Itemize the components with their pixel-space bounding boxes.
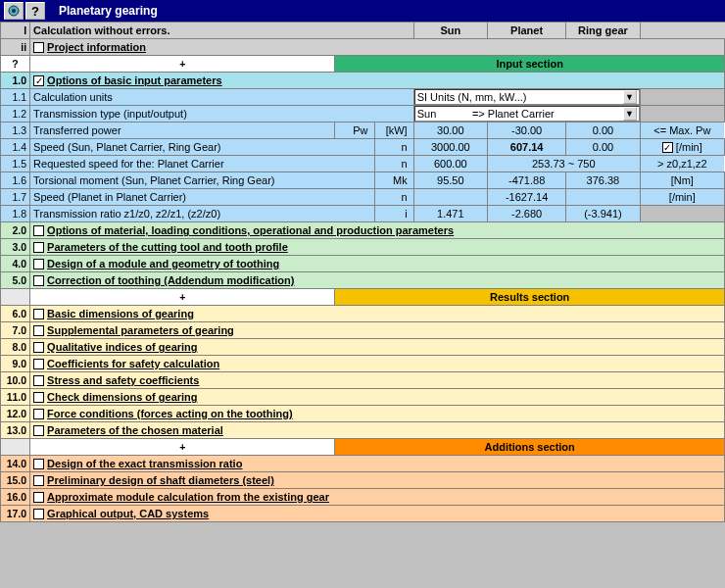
proj-roman: ii xyxy=(1,39,30,56)
value: -2.680 xyxy=(487,206,565,222)
row-label: Calculation units xyxy=(30,89,414,106)
row-8-0[interactable]: 8.0Qualitative indices of gearing xyxy=(1,339,725,356)
status-row: I Calculation without errors. Sun Planet… xyxy=(1,23,725,39)
checkbox[interactable] xyxy=(33,259,44,270)
row-1-3: 1.3 Transferred power Pw [kW] 30.00 -30.… xyxy=(1,122,725,139)
row-6-0[interactable]: 6.0Basic dimensions of gearing xyxy=(1,306,725,322)
row-label: Basic dimensions of gearing xyxy=(47,308,194,319)
checkbox[interactable] xyxy=(33,509,44,519)
col-header-planet: Planet xyxy=(487,23,565,39)
row-1-8: 1.8 Transmission ratio z1/z0, z2/z1, (z2… xyxy=(1,206,725,222)
expand-button[interactable]: + xyxy=(30,56,335,73)
proj-label: Project information xyxy=(47,41,146,53)
checkbox[interactable] xyxy=(662,142,673,153)
row-label: Stress and safety coefficients xyxy=(47,374,199,386)
row-7-0[interactable]: 7.0Supplemental parameters of gearing xyxy=(1,322,725,339)
row-16-0[interactable]: 16.0Approximate module calculation from … xyxy=(1,489,725,506)
row-1-0[interactable]: 1.0 Options of basic input parameters xyxy=(1,73,725,89)
row-label: Options of material, loading conditions,… xyxy=(47,224,454,236)
row-15-0[interactable]: 15.0Preliminary design of shaft diameter… xyxy=(1,472,725,489)
row-label: Design of the exact transmission ratio xyxy=(47,458,242,469)
checkbox[interactable] xyxy=(33,459,44,469)
row-1-2: 1.2 Transmission type (input/output) Sun… xyxy=(1,106,725,122)
row-1-6: 1.6 Torsional moment (Sun, Planet Carrie… xyxy=(1,172,725,189)
checkbox[interactable] xyxy=(33,492,44,503)
row-label: Preliminary design of shaft diameters (s… xyxy=(47,474,274,486)
value: 95.50 xyxy=(413,172,487,189)
value-input[interactable]: 3000.00 xyxy=(413,139,487,156)
row-10-0[interactable]: 10.0Stress and safety coefficients xyxy=(1,372,725,389)
value: 376.38 xyxy=(566,172,640,189)
row-label: Coefficients for safety calculation xyxy=(47,358,219,369)
checkbox[interactable] xyxy=(33,475,44,486)
svg-point-1 xyxy=(12,9,16,13)
row-label: Transferred power xyxy=(30,122,335,139)
value-input[interactable]: 600.00 xyxy=(413,156,487,172)
row-label: Speed (Sun, Planet Carrier, Ring Gear) xyxy=(30,139,374,156)
help-button[interactable]: ? xyxy=(1,56,30,73)
checkbox[interactable] xyxy=(33,375,44,386)
value: 607.14 xyxy=(487,139,565,156)
row-14-0[interactable]: 14.0Design of the exact transmission rat… xyxy=(1,456,725,472)
row-label: Approximate module calculation from the … xyxy=(47,491,329,503)
checkbox[interactable] xyxy=(33,392,44,403)
row-label: Check dimensions of gearing xyxy=(47,391,197,403)
row-label: Correction of toothing (Addendum modific… xyxy=(47,274,294,286)
row-label: Torsional moment (Sun, Planet Carrier, R… xyxy=(30,172,374,189)
checkbox[interactable] xyxy=(33,225,44,236)
checkbox[interactable] xyxy=(33,409,44,419)
input-section-header: ? + Input section xyxy=(1,56,725,73)
value: -471.88 xyxy=(487,172,565,189)
z-button[interactable]: > z0,z1,z2 xyxy=(640,156,724,172)
row-12-0[interactable]: 12.0Force conditions (forces acting on t… xyxy=(1,406,725,422)
row-13-0[interactable]: 13.0Parameters of the chosen material xyxy=(1,422,725,439)
checkbox[interactable] xyxy=(33,309,44,319)
app-icon[interactable] xyxy=(4,2,24,20)
value-input[interactable]: 0.00 xyxy=(566,139,640,156)
row-3-0[interactable]: 3.0 Parameters of the cutting tool and t… xyxy=(1,239,725,256)
section-title: Input section xyxy=(335,56,725,73)
value-input[interactable]: 30.00 xyxy=(413,122,487,139)
help-icon[interactable]: ? xyxy=(25,2,45,20)
row-label: Requested speed for the: Planet Carrier xyxy=(30,156,374,172)
row-2-0[interactable]: 2.0 Options of material, loading conditi… xyxy=(1,222,725,239)
row-5-0[interactable]: 5.0 Correction of toothing (Addendum mod… xyxy=(1,272,725,289)
col-header-ring: Ring gear xyxy=(566,23,640,39)
expand-button[interactable]: + xyxy=(30,289,335,306)
row-label: Design of a module and geometry of tooth… xyxy=(47,258,279,270)
checkbox[interactable] xyxy=(33,275,44,286)
row-11-0[interactable]: 11.0Check dimensions of gearing xyxy=(1,389,725,406)
checkbox[interactable] xyxy=(33,425,44,436)
checkbox[interactable] xyxy=(33,342,44,353)
max-pw-button[interactable]: <= Max. Pw xyxy=(640,122,724,139)
checkbox[interactable] xyxy=(33,359,44,369)
value: 1.471 xyxy=(413,206,487,222)
checkbox[interactable] xyxy=(33,75,44,86)
row-label: Force conditions (forces acting on the t… xyxy=(47,408,293,419)
row-4-0[interactable]: 4.0 Design of a module and geometry of t… xyxy=(1,256,725,272)
checkbox[interactable] xyxy=(33,242,44,253)
section-title: Results section xyxy=(335,289,725,306)
checkbox[interactable] xyxy=(33,325,44,336)
checkbox[interactable] xyxy=(33,42,44,53)
chevron-down-icon: ▼ xyxy=(623,107,637,121)
title-bar: ? Planetary gearing xyxy=(0,0,725,22)
section-title: Additions section xyxy=(335,439,725,456)
transmission-dropdown[interactable]: Sun => Planet Carrier ▼ xyxy=(414,106,640,122)
additions-section-header: + Additions section xyxy=(1,439,725,456)
status-roman: I xyxy=(1,23,30,39)
row-label: Transmission type (input/output) xyxy=(30,106,414,122)
value: (-3.941) xyxy=(566,206,640,222)
project-info-row[interactable]: ii Project information xyxy=(1,39,725,56)
results-section-header: + Results section xyxy=(1,289,725,306)
app-title: Planetary gearing xyxy=(59,4,158,18)
row-9-0[interactable]: 9.0Coefficients for safety calculation xyxy=(1,356,725,372)
row-label: Graphical output, CAD systems xyxy=(47,508,209,519)
value-range: 253.73 ~ 750 xyxy=(487,156,640,172)
expand-button[interactable]: + xyxy=(30,439,335,456)
row-label: Supplemental parameters of gearing xyxy=(47,324,234,336)
status-text: Calculation without errors. xyxy=(30,23,414,39)
units-dropdown[interactable]: SI Units (N, mm, kW...) ▼ xyxy=(414,89,640,105)
row-label: Speed (Planet in Planet Carrier) xyxy=(30,189,374,206)
row-17-0[interactable]: 17.0Graphical output, CAD systems xyxy=(1,506,725,522)
